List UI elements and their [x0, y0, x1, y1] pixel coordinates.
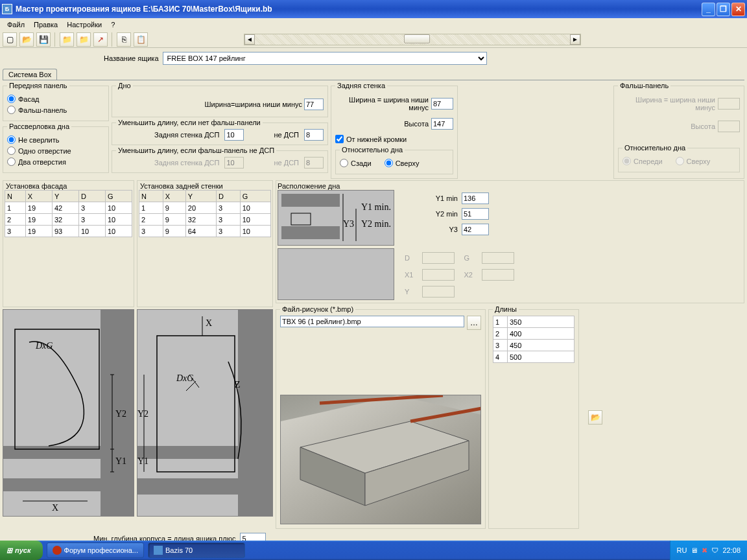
toolbar: ▢ 📂 💾 📁 📁 ↗ ⎘ 📋 ◄ ► — [0, 31, 747, 48]
svg-rect-22 — [281, 194, 340, 207]
tool-open[interactable]: 📂 — [19, 32, 34, 47]
y-input — [422, 286, 455, 298]
g-input — [482, 252, 514, 264]
window-title: Мастер проектирования ящиков E:\БАЗИС 70… — [16, 5, 702, 14]
scroll-left[interactable]: ◄ — [244, 34, 255, 45]
x2-input — [482, 269, 514, 281]
x1-input — [422, 269, 455, 281]
box-name-select[interactable]: FREE BOX 147 рейлинг — [163, 52, 487, 65]
minimize-button[interactable]: _ — [702, 3, 715, 16]
titlebar: Б Мастер проектирования ящиков E:\БАЗИС … — [0, 0, 747, 18]
menu-help[interactable]: ? — [106, 19, 119, 30]
radio-two-holes[interactable]: Два отверстия — [7, 158, 104, 166]
menu-edit[interactable]: Правка — [29, 19, 62, 30]
file-pic-group: Файл-рисунок (*.bmp) … — [276, 305, 486, 529]
table-row: 1920310 — [139, 202, 271, 214]
maximize-button[interactable]: ❐ — [717, 3, 730, 16]
facade-diagram: DxG Y2 Y1 X — [3, 309, 134, 517]
radio-no-drill[interactable]: Не сверлить — [7, 135, 104, 144]
tool-box1[interactable]: 📁 — [60, 32, 74, 47]
file-browse-button[interactable]: … — [467, 316, 481, 330]
radio-top-2: Сверху — [676, 157, 711, 165]
back-wall-group: Задняя стенка Ширина = ширина ниши минус… — [331, 82, 458, 179]
tray-icon[interactable]: 🛡 — [711, 546, 718, 554]
svg-text:X: X — [52, 503, 58, 513]
task-item-forum[interactable]: Форум профессиона... — [47, 542, 144, 558]
tool-new[interactable]: ▢ — [3, 32, 17, 47]
reduce-nofalse-group: Уменьшить длину, если нет фальш-панели З… — [112, 119, 328, 145]
radio-top[interactable]: Сверху — [385, 159, 420, 167]
toolbar-scrollbar[interactable]: ◄ ► — [244, 34, 581, 45]
false-height-input — [718, 121, 740, 132]
tool-export[interactable]: ↗ — [93, 32, 108, 47]
reduce-false-notdsp-group: Уменьшить длину, если фальш-панель не ДС… — [112, 146, 328, 173]
bottom-group: Дно Ширина=ширина ниши минус — [112, 82, 328, 117]
install-back-box: Установка задней стенки NXYDG 1920310 29… — [137, 180, 273, 307]
task-item-bazis[interactable]: Bazis 70 — [148, 542, 245, 558]
svg-text:Y1: Y1 — [137, 456, 148, 466]
d-input — [422, 252, 455, 264]
svg-rect-23 — [281, 226, 340, 239]
svg-text:Y2: Y2 — [137, 409, 148, 419]
back-width-input[interactable] — [431, 98, 453, 110]
back-height-input[interactable] — [431, 118, 453, 130]
table-row: 3964310 — [139, 226, 271, 237]
back-diagram: X DxG Z Y2 Y1 — [137, 309, 273, 517]
table-row: 1350 — [493, 316, 575, 328]
tool-paste[interactable]: 📋 — [134, 32, 148, 47]
tool-copy[interactable]: ⎘ — [117, 32, 131, 47]
false-width-input — [718, 98, 740, 110]
table-row: 3450 — [493, 340, 575, 351]
from-edge-checkbox[interactable]: От нижней кромки — [335, 135, 453, 143]
not-dsp-input[interactable] — [304, 129, 324, 141]
install-facade-box: Установка фасада NXYDG 11942310 21932310… — [3, 180, 134, 307]
tab-system-box[interactable]: Система Box — [3, 69, 57, 80]
lengths-folder-button[interactable]: 📂 — [588, 410, 602, 425]
not-dsp-input-2 — [304, 157, 324, 169]
tray-icon[interactable]: ✖ — [702, 546, 707, 555]
install-facade-table[interactable]: NXYDG 11942310 21932310 319931010 — [5, 190, 132, 237]
svg-text:X: X — [206, 318, 212, 328]
svg-rect-11 — [238, 310, 272, 516]
raspol-diagram: Y1 min. Y2 min. Y3 — [278, 190, 394, 246]
svg-text:Y3: Y3 — [343, 219, 354, 229]
radio-one-hole[interactable]: Одно отверстие — [7, 146, 104, 155]
svg-text:Y2 min.: Y2 min. — [361, 219, 391, 229]
start-button[interactable]: ⊞пуск — [0, 541, 43, 560]
menu-file[interactable]: Файл — [3, 19, 29, 30]
svg-text:Y1 min.: Y1 min. — [361, 202, 391, 212]
svg-text:Y1: Y1 — [115, 456, 126, 466]
y2min-input[interactable] — [462, 208, 489, 220]
radio-false-panel[interactable]: Фальш-панель — [7, 106, 104, 114]
tool-save[interactable]: 💾 — [36, 32, 51, 47]
box-name-label: Название ящика — [104, 54, 159, 62]
radio-front: Спереди — [622, 157, 663, 165]
y1min-input[interactable] — [462, 192, 489, 204]
taskbar: ⊞пуск Форум профессиона... Bazis 70 RU 🖥… — [0, 541, 747, 560]
close-button[interactable]: ✕ — [731, 3, 745, 16]
install-back-table[interactable]: NXYDG 1920310 2932310 3964310 — [139, 190, 271, 237]
raspol-diagram-2 — [278, 248, 394, 300]
file-pic-input[interactable] — [280, 316, 464, 327]
tray-icon[interactable]: 🖥 — [691, 546, 698, 554]
lang-indicator[interactable]: RU — [677, 546, 687, 554]
radio-facade[interactable]: Фасад — [7, 95, 104, 103]
drawer-preview — [280, 395, 481, 524]
front-panel-group: Передняя панель Фасад Фальш-панель — [3, 82, 109, 121]
lengths-table[interactable]: 1350 2400 3450 4500 — [493, 316, 575, 363]
svg-text:DxG: DxG — [35, 341, 53, 351]
svg-text:Y2: Y2 — [115, 409, 126, 419]
menubar: Файл Правка Настройки ? — [0, 18, 747, 31]
back-dsp-input[interactable] — [224, 129, 244, 141]
radio-behind[interactable]: Сзади — [340, 159, 372, 167]
clock[interactable]: 22:08 — [722, 546, 741, 554]
relative-bottom-group: Относительно дна Сзади Сверху — [335, 146, 453, 174]
bottom-width-input[interactable] — [304, 99, 324, 110]
app-icon: Б — [2, 4, 12, 14]
tool-box2[interactable]: 📁 — [77, 32, 91, 47]
y3-input[interactable] — [462, 224, 489, 235]
system-tray[interactable]: RU 🖥 ✖ 🛡 22:08 — [670, 541, 747, 560]
menu-settings[interactable]: Настройки — [62, 19, 106, 30]
false-panel-group: Фальш-панель Ширина = ширина ниши минус … — [613, 82, 744, 179]
scroll-right[interactable]: ► — [570, 34, 580, 45]
